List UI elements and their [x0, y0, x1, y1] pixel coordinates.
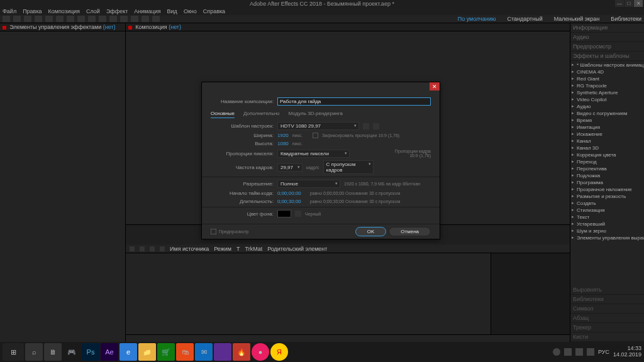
text-tool-icon[interactable]: [99, 16, 106, 22]
effect-category[interactable]: Текст: [570, 214, 644, 221]
delete-preset-icon[interactable]: [373, 123, 379, 129]
maximize-button[interactable]: □: [625, 0, 633, 7]
menu-composition[interactable]: Композиция: [48, 8, 80, 14]
roto-tool-icon[interactable]: [142, 16, 149, 22]
timeline-panel[interactable]: [126, 253, 570, 334]
zoom-tool-icon[interactable]: [35, 16, 42, 22]
audio-panel-header[interactable]: Аудио: [570, 33, 644, 42]
effect-category[interactable]: Synthetic Aperture: [570, 89, 644, 96]
taskbar-store-icon[interactable]: 🛒: [157, 343, 175, 361]
dialog-titlebar[interactable]: ✕: [202, 82, 440, 91]
menu-file[interactable]: Файл: [3, 8, 16, 14]
taskbar-app2-icon[interactable]: [214, 343, 231, 361]
rotate-tool-icon[interactable]: [45, 16, 53, 22]
effect-category[interactable]: Стилизация: [570, 207, 644, 214]
timeline-toggle-icon[interactable]: [130, 246, 135, 251]
effect-category[interactable]: Искажение: [570, 131, 644, 138]
taskbar-ie-icon[interactable]: e: [119, 343, 137, 361]
effect-category[interactable]: Канал: [570, 138, 644, 145]
effect-category[interactable]: Видео с погружением: [570, 110, 644, 117]
tab-advanced[interactable]: Дополнительно: [243, 111, 280, 118]
menu-layer[interactable]: Слой: [86, 8, 100, 14]
puppet-tool-icon[interactable]: [152, 16, 160, 22]
effect-category[interactable]: Создать: [570, 200, 644, 207]
taskbar-app4-icon[interactable]: ●: [252, 343, 269, 361]
width-input[interactable]: 1920: [277, 133, 289, 138]
taskbar-yandex-icon[interactable]: Я: [270, 343, 288, 361]
hand-tool-icon[interactable]: [24, 16, 31, 22]
preset-dropdown[interactable]: HDTV 1080 29,97: [277, 122, 359, 130]
effect-category[interactable]: Шум и зерно: [570, 228, 644, 234]
effect-category[interactable]: Программа: [570, 179, 644, 186]
pixel-aspect-dropdown[interactable]: Квадратные пиксели: [277, 150, 350, 158]
effect-category[interactable]: Элементы управления выражения: [570, 234, 644, 241]
lock-aspect-checkbox[interactable]: [313, 133, 318, 138]
timeline-layers[interactable]: [126, 253, 491, 334]
effect-category[interactable]: Аудио: [570, 103, 644, 110]
effect-category[interactable]: Переход: [570, 158, 644, 165]
taskbar-steam-icon[interactable]: 🎮: [63, 343, 80, 361]
effect-category[interactable]: Канал 3D: [570, 145, 644, 151]
tray-volume-icon[interactable]: [587, 348, 594, 356]
taskbar-app3-icon[interactable]: 🔥: [233, 343, 250, 361]
effect-category[interactable]: CINEMA 4D: [570, 69, 644, 75]
workspace-standard[interactable]: Стандартный: [508, 16, 543, 22]
effect-category[interactable]: * Шаблоны настроек анимации: [570, 62, 644, 69]
taskbar-aftereffects-icon[interactable]: Ae: [101, 343, 118, 361]
menu-animation[interactable]: Анимация: [134, 8, 160, 14]
save-preset-icon[interactable]: [363, 123, 369, 129]
tab-basic[interactable]: Основные: [211, 111, 235, 118]
tray-clock[interactable]: 14:33 14.02.2019: [613, 346, 641, 358]
effect-category[interactable]: Размытие и резкость: [570, 193, 644, 200]
shape-tool-icon[interactable]: [77, 16, 85, 22]
tray-icon[interactable]: [553, 348, 560, 356]
info-panel-header[interactable]: Информация: [570, 23, 644, 33]
menu-help[interactable]: Справка: [203, 8, 225, 14]
taskbar-explorer-icon[interactable]: 📁: [138, 343, 156, 361]
resolution-dropdown[interactable]: Полное: [277, 180, 340, 188]
effect-category[interactable]: Подложка: [570, 172, 644, 179]
selection-tool-icon[interactable]: [13, 16, 21, 22]
effect-category[interactable]: Время: [570, 117, 644, 124]
menu-edit[interactable]: Правка: [23, 8, 42, 14]
taskbar-app-icon[interactable]: 🛍: [176, 343, 194, 361]
taskbar-photoshop-icon[interactable]: Ps: [82, 343, 99, 361]
comp-name-input[interactable]: [277, 97, 431, 106]
taskbar-search-icon[interactable]: ⌕: [25, 343, 43, 361]
tray-icon[interactable]: [564, 348, 572, 356]
pen-tool-icon[interactable]: [88, 16, 96, 22]
effect-category[interactable]: Имитация: [570, 124, 644, 131]
effect-category[interactable]: Прозрачное наложение: [570, 186, 644, 193]
timeline-graph[interactable]: [491, 253, 570, 334]
menu-window[interactable]: Окно: [184, 8, 197, 14]
start-button[interactable]: ⊞: [3, 343, 24, 361]
effect-category[interactable]: RG Trapcode: [570, 82, 644, 89]
tray-language[interactable]: РУС: [598, 349, 609, 355]
composition-viewer-tab[interactable]: Композиция (нет): [126, 23, 570, 31]
clone-tool-icon[interactable]: [120, 16, 128, 22]
effects-panel-header[interactable]: Эффекты и шаблоны: [570, 52, 644, 61]
pan-behind-tool-icon[interactable]: [67, 16, 74, 22]
tray-icon[interactable]: [575, 348, 583, 356]
character-panel-header[interactable]: Символ: [570, 304, 644, 314]
cancel-button[interactable]: Отмена: [389, 227, 431, 236]
effect-category[interactable]: Коррекция цвета: [570, 151, 644, 158]
effect-category[interactable]: Red Giant: [570, 75, 644, 82]
brush-tool-icon[interactable]: [109, 16, 117, 22]
home-icon[interactable]: [3, 16, 10, 22]
menu-effect[interactable]: Эффект: [106, 8, 128, 14]
camera-tool-icon[interactable]: [56, 16, 64, 22]
tracker-panel-header[interactable]: Трекер: [570, 323, 644, 332]
effect-category[interactable]: Video Copilot: [570, 96, 644, 103]
effect-category[interactable]: Устаревший: [570, 221, 644, 228]
libraries-panel-header[interactable]: Библиотеки: [570, 295, 644, 304]
workspace-small[interactable]: Маленький экран: [554, 16, 600, 22]
duration-input[interactable]: 0;00;30;00: [277, 199, 301, 204]
workspace-libraries[interactable]: Библиотеки: [611, 16, 641, 22]
dialog-close-button[interactable]: ✕: [430, 82, 440, 90]
ok-button[interactable]: OK: [355, 227, 387, 236]
taskbar-taskview-icon[interactable]: 🗎: [44, 343, 62, 361]
effect-category[interactable]: Перспектива: [570, 165, 644, 172]
menu-view[interactable]: Вид: [167, 8, 177, 14]
brushes-panel-header[interactable]: Кисти: [570, 332, 644, 342]
